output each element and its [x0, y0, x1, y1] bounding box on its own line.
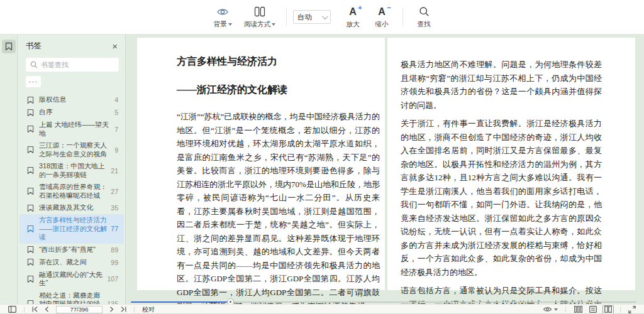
first-page-icon [32, 306, 38, 312]
page-right: 极具活力地区尚不难理解。问题是，为何地理条件较差且堪称“穷窘”的浙江却与江苏不相… [387, 38, 635, 290]
bookmark-label: 相处之道：藏彝走廊对中国民族交往的经验与智慧 [39, 291, 104, 305]
single-page-icon [589, 306, 597, 313]
bookmark-item[interactable]: 漫谈藏族及其文化35 [19, 202, 124, 214]
background-label: 背景 [214, 20, 227, 29]
bookmark-icon [27, 166, 35, 175]
bookmark-page-number: 89 [111, 246, 118, 254]
left-rail [0, 35, 18, 304]
reading-area: 方言多样性与经济活力 ——浙江经济的文化解读 “江浙”“苏杭”已成联袂的概念，均… [126, 35, 644, 304]
double-page-icon [604, 306, 612, 313]
chapter-subtitle: ——浙江经济的文化解读 [177, 84, 380, 97]
bookmark-item[interactable]: 茶在汉、藏之间99 [19, 256, 124, 269]
eye-protection-button[interactable] [540, 305, 561, 314]
bookmark-page-number: 21 [111, 167, 118, 175]
bookmark-item[interactable]: 自序5 [19, 106, 124, 119]
search-icon [30, 61, 38, 68]
bookmark-label: 三江源：一个观察天人之际与生命意义的视角 [39, 141, 111, 158]
bookmark-page-number: 27 [111, 188, 118, 195]
toggle-sidebar-button[interactable] [5, 305, 19, 314]
bookmark-page-number: 9 [114, 146, 118, 154]
bookmark-label: 雪域高原的世界奇观：石渠松格嘛呢石经城 [39, 183, 108, 200]
find-label: 查找 [418, 20, 431, 29]
fullscreen-icon [628, 306, 636, 313]
bookmark-page-number: 35 [111, 204, 118, 212]
bookmark-icon [27, 125, 35, 134]
book-pages-icon [253, 6, 266, 18]
more-options-button[interactable]: ··· [26, 76, 41, 87]
chevron-down-icon [322, 13, 328, 19]
statusbar-divider [24, 306, 25, 313]
panel-title: 书签 [26, 41, 42, 51]
bookmark-item[interactable]: “西出折多”有“燕尾”89 [19, 244, 124, 256]
scroll-view-button[interactable] [572, 305, 584, 314]
paragraph: “江浙”“苏杭”已成联袂的概念，均是中国经济极具活力的地区。但“江浙”是一个笼统… [177, 110, 380, 313]
search-icon [419, 6, 430, 18]
page-left: 方言多样性与经济活力 ——浙江经济的文化解读 “江浙”“苏杭”已成联袂的概念，均… [137, 38, 385, 290]
zoom-in-button[interactable]: A+ 放大 [338, 3, 367, 31]
bookmark-page-number: 107 [107, 275, 118, 283]
status-bar: 校对 [0, 304, 644, 314]
bookmark-page-number: 5 [114, 109, 118, 116]
last-page-button[interactable] [117, 305, 130, 314]
find-button[interactable]: 查找 [409, 3, 438, 31]
bookmark-icon [27, 146, 35, 154]
zoom-out-button[interactable]: A− 缩小 [367, 3, 396, 31]
prev-page-button[interactable] [42, 305, 52, 314]
proofread-button[interactable]: 校对 [139, 305, 158, 314]
first-page-button[interactable] [29, 305, 42, 314]
bookmark-label: 318国道：中国大地上的一条美丽项链 [39, 162, 108, 179]
font-decrease-icon: A− [378, 6, 386, 18]
bookmark-item[interactable]: 雪域高原的世界奇观：石渠松格嘛呢石经城27 [19, 181, 124, 202]
bookmark-label: 方言多样性与经济活力——浙江经济的文化解读 [39, 216, 108, 242]
bookmark-item[interactable]: 方言多样性与经济活力——浙江经济的文化解读77 [19, 214, 124, 244]
toolbar-divider [402, 8, 403, 26]
bookmark-search-box[interactable] [26, 58, 119, 72]
bookmark-item[interactable]: 318国道：中国大地上的一条美丽项链21 [19, 160, 124, 181]
last-page-icon [120, 306, 126, 312]
bookmark-item[interactable]: 融通汉藏民心的“大先生”107 [19, 269, 124, 290]
bookmark-item[interactable]: 三江源：一个观察天人之际与生命意义的视角9 [19, 139, 124, 160]
prev-page-icon [45, 306, 49, 312]
zoom-mode-select[interactable]: 自动 [293, 10, 331, 24]
bookmark-icon [27, 108, 35, 117]
page-number-input[interactable] [56, 306, 103, 313]
bookmark-icon [27, 258, 35, 267]
right-page-text: 极具活力地区尚不难理解。问题是，为何地理条件较差且堪称“穷窘”的浙江却与江苏不相… [387, 38, 635, 314]
bookmark-search-input[interactable] [41, 61, 110, 68]
next-page-icon [109, 306, 114, 312]
sidebar-toggle-icon [8, 306, 16, 313]
bookmark-label: 自序 [39, 108, 111, 117]
bookmark-item[interactable]: 版权信息4 [19, 94, 124, 106]
eye-icon [543, 306, 552, 313]
reading-mode-label: 阅读方式 [244, 20, 270, 29]
statusbar-divider [134, 306, 135, 313]
bookmark-label: “西出折多”有“燕尾” [39, 246, 108, 254]
bookmark-label: 版权信息 [39, 95, 111, 104]
bookmarks-rail-button[interactable] [2, 40, 16, 53]
bookmark-list: 版权信息4自序5上篇 大地经纬——望天地7三江源：一个观察天人之际与生命意义的视… [18, 94, 125, 304]
bookmark-label: 漫谈藏族及其文化 [39, 203, 108, 212]
bookmark-item[interactable]: 相处之道：藏彝走廊对中国民族交往的经验与智慧135 [19, 290, 124, 305]
zoom-mode-value: 自动 [297, 13, 312, 22]
bookmark-icon [27, 95, 35, 104]
reading-mode-button[interactable]: 阅读方式 [240, 3, 280, 31]
bookmark-icon [27, 203, 35, 212]
font-increase-icon: A+ [349, 6, 357, 18]
bookmark-icon [27, 246, 35, 254]
single-page-view-button[interactable] [587, 305, 599, 314]
zoom-out-label: 缩小 [375, 20, 389, 29]
toolbar-divider [286, 8, 287, 26]
bookmark-label: 上篇 大地经纬——望天地 [39, 121, 111, 138]
paragraph: 关于浙江，有件事一直让我费解。浙江是经济极具活力的地区，浙商不但创造了中国经济的… [401, 117, 602, 279]
fullscreen-button[interactable] [625, 305, 639, 314]
close-icon[interactable]: × [112, 41, 118, 51]
bookmark-page-number: 77 [111, 225, 118, 232]
bookmark-item[interactable]: 上篇 大地经纬——望天地7 [19, 119, 124, 139]
next-page-button[interactable] [106, 305, 117, 314]
double-page-view-button[interactable] [602, 305, 614, 314]
background-button[interactable]: 背景 [206, 3, 240, 31]
eye-icon [216, 6, 229, 18]
bookmarks-panel: 书签 × ··· 版权信息4自序5上篇 大地经纬——望天地7三江源：一个观察天人… [18, 35, 126, 304]
paragraph: 极具活力地区尚不难理解。问题是，为何地理条件较差且堪称“穷窘”的浙江却与江苏不相… [401, 58, 602, 112]
chapter-title: 方言多样性与经济活力 [177, 55, 380, 68]
